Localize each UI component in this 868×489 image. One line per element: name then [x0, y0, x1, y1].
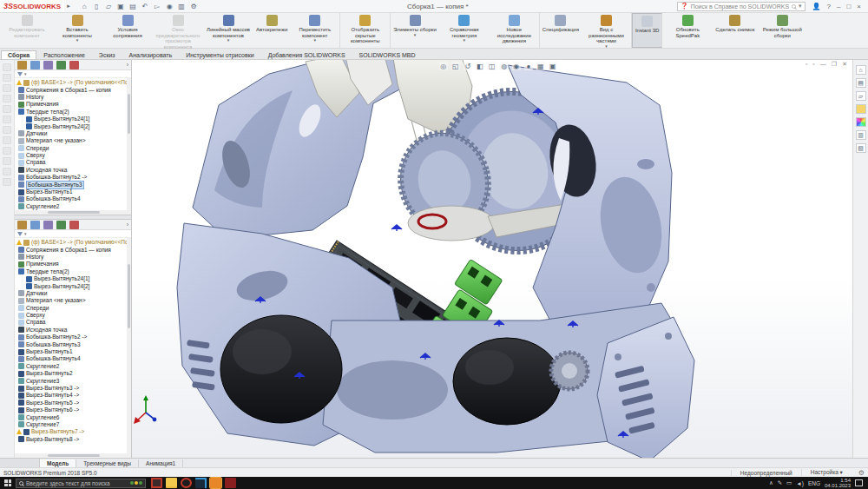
tree-horizontal-scrollbar[interactable]	[15, 210, 131, 215]
options-gear-icon[interactable]: ⚙	[189, 2, 199, 11]
previous-view-icon[interactable]: ↺	[464, 62, 472, 70]
ribbon-button[interactable]: Окно предварительного просмотра компонен…	[153, 13, 203, 48]
tree-item[interactable]: Исходная точка	[15, 327, 131, 334]
tree-item[interactable]: Сопряжения в Сборка1 — копия	[15, 86, 131, 93]
maximize-button[interactable]: □	[846, 3, 851, 10]
tree-item[interactable]: Вырез-Вытянуть2	[15, 370, 131, 377]
command-tab[interactable]: Инструменты отрисовки	[179, 50, 261, 59]
tree-vertical-scrollbar[interactable]	[127, 238, 131, 453]
dimxpertmanager-tab-icon[interactable]	[56, 221, 66, 229]
config-dropdown-arrow[interactable]: ▾	[840, 469, 843, 475]
menu-expand-arrow[interactable]: ▸	[64, 3, 73, 10]
tree-item[interactable]: Спереди	[15, 305, 131, 312]
tree-item[interactable]: Бобышка-Вытянуть2 ->	[15, 334, 131, 340]
media-app-icon[interactable]	[181, 478, 192, 488]
dropdown-arrow-icon[interactable]: ▾	[464, 38, 466, 43]
docked-toolbar-icon[interactable]	[3, 157, 11, 165]
docked-toolbar-icon[interactable]	[3, 136, 11, 144]
ribbon-button[interactable]: Сделать снимок	[713, 13, 757, 48]
dropdown-arrow-icon[interactable]: ▾	[314, 38, 317, 43]
tree-item[interactable]: Твердые тела(2)	[15, 268, 131, 275]
propertymanager-tab-icon[interactable]	[30, 61, 40, 69]
taskbar-clock[interactable]: 1:54 04.01.2023	[825, 478, 851, 489]
ribbon-button[interactable]: Линейный массив компонентов ▾	[203, 13, 253, 48]
tree-item[interactable]: Примечания	[15, 261, 131, 268]
dropdown-arrow-icon[interactable]: ▾	[76, 38, 79, 43]
docked-toolbar-icon[interactable]	[3, 126, 11, 134]
undo-icon[interactable]: ↶	[141, 2, 150, 11]
tree-item[interactable]: Скругление6	[15, 413, 131, 420]
forum-icon[interactable]: ▧	[856, 143, 866, 153]
tree-item[interactable]: Скругление7	[15, 421, 131, 428]
panel-overflow-chevron[interactable]: ›	[127, 221, 128, 228]
tray-chevron-icon[interactable]: ∧	[769, 479, 773, 486]
dimxpertmanager-tab-icon[interactable]	[56, 61, 66, 69]
tree-item[interactable]: Скругление3	[15, 377, 131, 384]
file-explorer-icon[interactable]: ▱	[856, 91, 866, 101]
docked-toolbar-icon[interactable]	[3, 147, 11, 155]
rebuild-icon[interactable]: ◉	[165, 2, 174, 11]
configurationmanager-tab-icon[interactable]	[43, 61, 53, 69]
tree-item[interactable]: Примечания	[15, 101, 131, 108]
ribbon-button[interactable]: Новое исследование движения	[490, 13, 540, 48]
zoom-fit-icon[interactable]: ◎	[439, 62, 448, 70]
print-icon[interactable]: ▤	[128, 2, 138, 11]
network-icon[interactable]: ▭	[786, 479, 792, 486]
new-document-icon[interactable]: ▯	[92, 2, 102, 11]
user-account-icon[interactable]: 👤	[812, 3, 821, 10]
custom-properties-icon[interactable]: ▥	[856, 130, 866, 140]
file-properties-icon[interactable]: ▥	[177, 2, 187, 11]
docked-toolbar-icon[interactable]	[3, 95, 11, 102]
command-tab[interactable]: Эскиз	[92, 50, 122, 59]
ribbon-button[interactable]: Переместить компонент ▾	[290, 13, 340, 48]
ribbon-button[interactable]: Автокрепежи	[253, 13, 290, 48]
tree-item[interactable]: Датчики	[15, 290, 131, 297]
tree-item[interactable]: Вырез-Вытянуть3 ->	[15, 385, 131, 392]
tree-item[interactable]: Твердые тела(2)	[15, 109, 131, 116]
status-configuration[interactable]: Настройка ▾	[801, 469, 852, 476]
featuremanager-tab-icon[interactable]	[17, 61, 27, 69]
tree-item[interactable]: (ф) BASE<1> -> (По умолчанию<<По умолча	[15, 79, 131, 86]
tree-item[interactable]: Справа	[15, 319, 131, 326]
tree-item[interactable]: History	[15, 94, 131, 101]
command-tab[interactable]: SOLIDWORKS MBD	[352, 50, 423, 59]
tree-item[interactable]: Вырез-Вытянуть24[1]	[15, 275, 131, 282]
tree-item[interactable]: Вырез-Вытянуть1	[15, 188, 131, 195]
ribbon-button[interactable]: Instant 3D	[632, 13, 662, 48]
graphics-viewport[interactable]: ◎◱↺◧◫◍◉●▦▣ ▫ ▫ — ❐ ✕	[132, 60, 852, 458]
docked-toolbar-icon[interactable]	[3, 178, 11, 186]
start-button[interactable]	[0, 477, 16, 489]
design-library-icon[interactable]: ▤	[856, 78, 866, 88]
tree-item[interactable]: Исходная точка	[15, 167, 131, 174]
taskbar-search-box[interactable]: Введите здесь текст для поиска	[16, 479, 146, 488]
dropdown-arrow-icon[interactable]: ▾	[605, 44, 608, 49]
tree-item[interactable]: Вырез-Вытянуть8 ->	[15, 436, 131, 443]
tree-item[interactable]: Сверху	[15, 152, 131, 159]
app-icon-red[interactable]	[151, 478, 162, 488]
view-settings-icon[interactable]: ▣	[549, 62, 557, 70]
tree-item[interactable]: Вырез-Вытянуть1	[15, 348, 131, 355]
display-style-icon[interactable]: ◍	[500, 62, 509, 70]
panel-overflow-chevron[interactable]: ›	[127, 62, 128, 68]
language-indicator[interactable]: ENG	[808, 480, 820, 486]
tree-item[interactable]: Вырез-Вытянуть6 ->	[15, 406, 131, 413]
zoom-area-icon[interactable]: ◱	[451, 62, 460, 70]
ribbon-button[interactable]: Режим большой сборки	[757, 13, 807, 48]
tree-item[interactable]: Вырез-Вытянуть7 ->	[15, 428, 131, 435]
tree-item[interactable]: Бобышка-Вытянуть3	[15, 340, 131, 347]
ribbon-button[interactable]: Вставить компоненты ▾	[52, 13, 102, 48]
tree-item[interactable]: Материал <не указан>	[15, 137, 131, 144]
tree-item[interactable]: Вырез-Вытянуть4 ->	[15, 392, 131, 399]
model-tab[interactable]: Трехмерные виды	[76, 459, 139, 467]
tree-item[interactable]: Справа	[15, 159, 131, 166]
docked-toolbar-icon[interactable]	[3, 105, 11, 113]
ribbon-button[interactable]: Вид с разнесенными частями ▾	[582, 13, 632, 48]
file-explorer-icon[interactable]	[166, 478, 177, 488]
tree-horizontal-scrollbar[interactable]	[15, 453, 131, 458]
tree-item[interactable]: Сопряжения в Сборка1 — копия	[15, 246, 131, 253]
apply-scene-icon[interactable]: ▦	[536, 62, 545, 70]
displaymanager-tab-icon[interactable]	[69, 221, 79, 229]
tree-item[interactable]: (ф) BASE<1> -> (По умолчанию<<По умолча	[15, 239, 131, 246]
assembly-3d-model[interactable]	[132, 60, 852, 458]
section-view-icon[interactable]: ◧	[476, 62, 484, 70]
